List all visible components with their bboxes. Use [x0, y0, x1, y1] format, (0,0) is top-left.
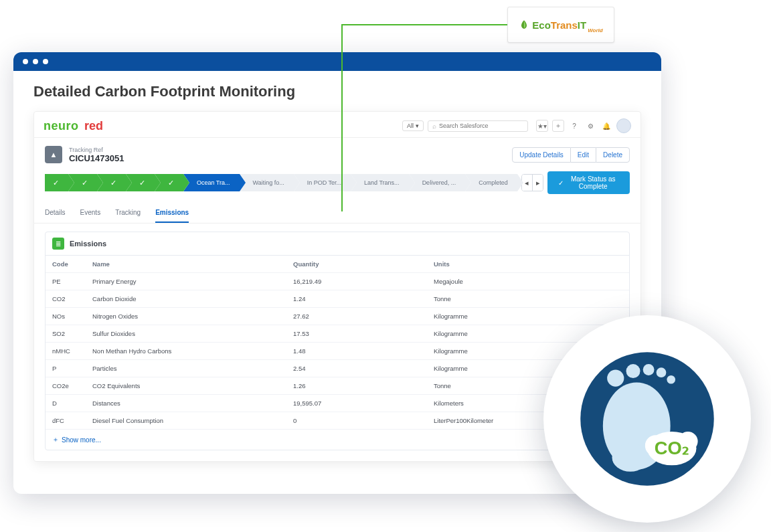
- check-icon: ✓: [53, 179, 59, 187]
- tab-emissions[interactable]: Emissions: [155, 209, 189, 223]
- search-box[interactable]: ⌕: [428, 120, 528, 132]
- app-header: neuro red All▾ ⌕ ★▾ ＋ ? ⚙ 🔔: [34, 112, 640, 138]
- edit-button[interactable]: Edit: [571, 147, 596, 163]
- chevron-down-icon: ▾: [416, 122, 419, 129]
- window-titlebar: [13, 52, 661, 71]
- cell-name: Non Methan Hydro Carbons: [86, 343, 286, 360]
- cell-name: Primary Energy: [86, 273, 286, 290]
- col-units: Units: [427, 256, 629, 273]
- col-quantity: Quantity: [286, 256, 427, 273]
- check-icon: ✓: [139, 179, 145, 187]
- svg-point-6: [657, 367, 667, 377]
- check-icon: ✓: [168, 179, 174, 187]
- cell-code: nMHC: [46, 343, 86, 360]
- avatar[interactable]: [616, 118, 631, 133]
- cell-code: P: [46, 360, 86, 377]
- table-row[interactable]: dFCDiesel Fuel Consumption0LiterPer100Ki…: [46, 412, 629, 430]
- check-icon: ✓: [558, 179, 564, 187]
- table-row[interactable]: PEPrimary Energy16,219.49Megajoule: [46, 273, 629, 290]
- table-row[interactable]: CO2Carbon Dioxide1.24Tonne: [46, 290, 629, 308]
- table-row[interactable]: SO2Sulfur Dioxides17.53Kilogramme: [46, 325, 629, 343]
- cell-code: SO2: [46, 325, 86, 343]
- cell-code: PE: [46, 273, 86, 290]
- table-row[interactable]: DDistances19,595.07Kilometers: [46, 395, 629, 412]
- svg-point-5: [643, 364, 655, 375]
- tab-tracking[interactable]: Tracking: [115, 209, 141, 223]
- emissions-card: ≣ Emissions Code Name Quantity Units PEP…: [45, 232, 630, 450]
- settings-gear-icon[interactable]: ⚙: [584, 120, 596, 132]
- cell-quantity: 1.24: [286, 290, 427, 308]
- search-scope-pill[interactable]: All▾: [402, 120, 424, 131]
- check-icon: ✓: [110, 179, 116, 187]
- window-dot: [23, 59, 28, 64]
- page-title: Detailed Carbon Footprint Monitoring: [33, 83, 661, 100]
- status-step-future[interactable]: Delivered, ...: [409, 174, 466, 191]
- ecotransit-card: EcoTransITWorld: [507, 7, 614, 43]
- cell-quantity: 19,595.07: [286, 395, 427, 412]
- emissions-title: Emissions: [70, 240, 106, 248]
- mark-complete-button[interactable]: ✓ Mark Status as Complete: [547, 171, 630, 194]
- record-type-icon: ▲: [45, 146, 62, 163]
- table-row[interactable]: PParticles2.54Kilogramme: [46, 360, 629, 377]
- svg-point-3: [607, 370, 624, 387]
- cell-name: Nitrogen Oxides: [86, 308, 286, 325]
- path-next-button[interactable]: ▸: [533, 175, 543, 191]
- delete-button[interactable]: Delete: [596, 147, 630, 163]
- search-icon: ⌕: [432, 122, 436, 130]
- add-icon[interactable]: ＋: [552, 120, 564, 132]
- cell-code: CO2e: [46, 377, 86, 395]
- svg-point-2: [612, 444, 649, 472]
- col-name: Name: [86, 256, 286, 273]
- table-row[interactable]: CO2eCO2 Equivalents1.26Tonne: [46, 377, 629, 395]
- record-value: CICU1473051: [69, 153, 124, 163]
- record-label: Tracking Ref: [69, 147, 124, 153]
- status-step-done[interactable]: ✓: [45, 174, 68, 191]
- status-path: ✓✓✓✓✓Ocean Tra...Waiting fo...In POD Ter…: [34, 171, 640, 201]
- cell-quantity: 1.26: [286, 377, 427, 395]
- help-icon[interactable]: ?: [568, 120, 580, 132]
- status-step-future[interactable]: Completed: [465, 174, 517, 191]
- show-more-link[interactable]: ＋ Show more...: [46, 430, 629, 450]
- status-step-future[interactable]: Waiting fo...: [240, 174, 294, 191]
- ecotransit-logo-text: EcoTransITWorld: [532, 19, 602, 31]
- check-icon: ✓: [82, 179, 88, 187]
- window-dot: [43, 59, 48, 64]
- connector-line: [341, 24, 343, 211]
- search-input[interactable]: [439, 122, 523, 129]
- cell-name: Carbon Dioxide: [86, 290, 286, 308]
- cell-units: Tonne: [427, 290, 629, 308]
- cell-name: Diesel Fuel Consumption: [86, 412, 286, 430]
- table-row[interactable]: nMHCNon Methan Hydro Carbons1.48Kilogram…: [46, 343, 629, 360]
- cell-units: Megajoule: [427, 273, 629, 290]
- cell-units: Kilogramme: [427, 308, 629, 325]
- cell-code: CO2: [46, 290, 86, 308]
- col-code: Code: [46, 256, 86, 273]
- favorite-icon[interactable]: ★▾: [536, 120, 548, 132]
- carbon-footprint-badge: CO₂: [543, 315, 751, 523]
- cell-code: D: [46, 395, 86, 412]
- cell-code: dFC: [46, 412, 86, 430]
- record-header: ▲ Tracking Ref CICU1473051 Update Detail…: [34, 138, 640, 171]
- connector-line: [341, 24, 507, 25]
- cell-quantity: 1.48: [286, 343, 427, 360]
- table-row[interactable]: NOsNitrogen Oxides27.62Kilogramme: [46, 308, 629, 325]
- cell-name: Distances: [86, 395, 286, 412]
- path-prev-button[interactable]: ◂: [522, 175, 533, 191]
- cell-name: Sulfur Dioxides: [86, 325, 286, 343]
- cell-name: Particles: [86, 360, 286, 377]
- cell-quantity: 27.62: [286, 308, 427, 325]
- update-details-button[interactable]: Update Details: [512, 147, 571, 163]
- plus-icon: ＋: [52, 435, 59, 444]
- svg-text:CO₂: CO₂: [655, 438, 689, 458]
- footprint-icon: CO₂: [577, 349, 717, 489]
- leaf-icon: [519, 19, 529, 30]
- status-step-current[interactable]: Ocean Tra...: [183, 174, 240, 191]
- cell-name: CO2 Equivalents: [86, 377, 286, 395]
- emissions-icon: ≣: [52, 238, 64, 250]
- notifications-bell-icon[interactable]: 🔔: [600, 120, 612, 132]
- status-step-future[interactable]: Land Trans...: [351, 174, 409, 191]
- cell-code: NOs: [46, 308, 86, 325]
- cell-quantity: 17.53: [286, 325, 427, 343]
- tab-details[interactable]: Details: [45, 209, 66, 223]
- tab-events[interactable]: Events: [80, 209, 101, 223]
